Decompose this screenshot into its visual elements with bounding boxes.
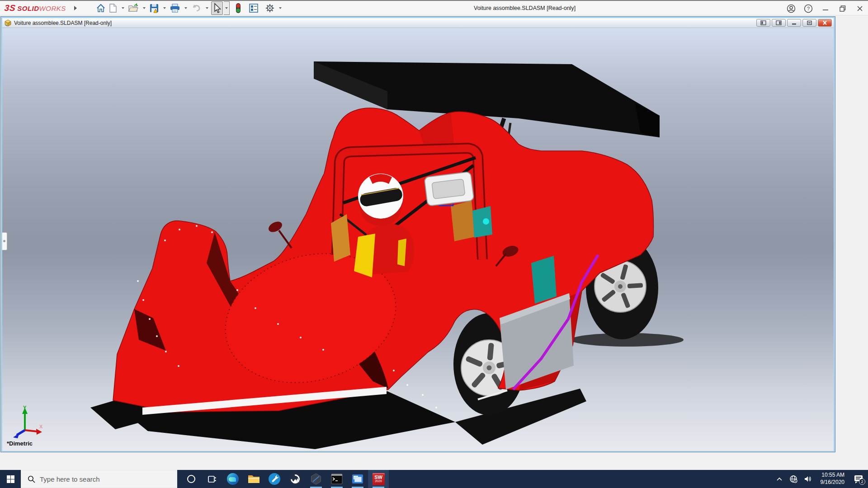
select-tool-button[interactable] [211,1,223,15]
help-button[interactable]: ? [803,3,814,14]
home-icon [96,3,106,13]
doc-restore-button[interactable] [802,19,816,27]
hidden-icons-button[interactable] [773,470,786,488]
edge-button[interactable] [222,470,243,488]
pane-right-icon [776,20,782,25]
save-icon [149,3,159,13]
speaker-icon [804,475,812,483]
clock-date: 9/16/2020 [821,479,844,486]
solidworks-2020-icon: SW 2020 [373,473,385,485]
options-dropdown-caret[interactable] [279,7,282,9]
solidworks-app: 3SSOLIDWORKS [0,0,868,488]
action-center-icon: 2 [854,475,863,483]
restore-button[interactable] [837,3,848,14]
options-button[interactable] [264,2,276,14]
document-window: Voiture assomblee.SLDASM [Read-only] [1,17,835,452]
photos-button[interactable] [285,470,306,488]
minimize-icon [821,5,830,13]
hex-app-button[interactable] [306,470,326,488]
pane-left-icon [760,20,766,25]
account-icon [787,4,796,13]
gear-icon [265,3,275,13]
network-button[interactable] [786,470,801,488]
caret-icon [225,7,228,9]
document-titlebar[interactable]: Voiture assomblee.SLDASM [Read-only] [2,18,834,28]
pane-right-button[interactable] [772,19,786,27]
app-title: Voiture assomblee.SLDASM [Read-only] [474,5,576,11]
wrench-icon [269,473,280,485]
file-properties-icon [249,3,259,13]
taskbar-search[interactable] [21,470,177,488]
select-dropdown-caret[interactable] [224,1,230,15]
app-titlebar: 3SSOLIDWORKS [0,0,868,15]
app-window-controls: ? [786,1,865,16]
restore-icon [839,5,847,13]
open-dropdown-caret[interactable] [143,7,146,9]
close-button[interactable] [854,3,865,14]
rebuild-button[interactable] [234,1,242,15]
taskbar-clock[interactable]: 10:55 AM 9/16/2020 [821,472,844,486]
select-cursor-icon [212,3,222,14]
system-tray: 10:55 AM 9/16/2020 2 [773,470,868,488]
logo-mark: 3S [4,3,16,13]
globe-no-internet-icon [789,475,797,483]
open-button[interactable] [127,2,140,14]
client-area: Voiture assomblee.SLDASM [Read-only] [0,15,868,470]
undo-dropdown-caret[interactable] [206,7,208,9]
print-button[interactable] [169,2,181,14]
solidworks-logo: 3SSOLIDWORKS [5,3,66,13]
chevron-up-icon [776,477,783,481]
remote-button[interactable] [347,470,368,488]
remote-desktop-icon [352,474,363,484]
race-car-model [2,28,834,451]
sw-icon-year: 2020 [375,479,382,483]
cmd-button[interactable] [326,470,347,488]
account-button[interactable] [786,3,797,14]
triad-x-label: X [39,424,43,429]
doc-minimize-button[interactable] [787,19,801,27]
new-document-button[interactable] [108,2,118,14]
sw-icon-text: SW [374,475,382,479]
svg-text:?: ? [807,6,810,11]
close-icon [856,5,864,13]
windows-logo-icon [7,475,14,483]
start-button[interactable] [0,470,21,488]
feature-pane-collapsed-tab[interactable] [2,232,7,250]
save-dropdown-caret[interactable] [163,7,166,9]
file-properties-button[interactable] [248,2,259,14]
new-dropdown-caret[interactable] [122,7,124,9]
save-button[interactable] [148,2,160,14]
home-button[interactable] [95,2,107,14]
task-view-button[interactable] [202,470,222,488]
task-view-icon [208,475,217,483]
volume-button[interactable] [801,470,815,488]
document-title: Voiture assomblee.SLDASM [Read-only] [14,20,112,26]
document-window-controls [756,19,832,27]
command-prompt-icon [331,474,343,484]
pane-left-button[interactable] [756,19,770,27]
solidworks-taskbar-button[interactable]: SW 2020 [368,470,389,488]
triad-y-label: Y [23,405,27,410]
clock-time: 10:55 AM [821,472,844,479]
orientation-triad: Y X [9,405,45,441]
undo-button[interactable] [190,2,203,14]
traffic-light-icon [235,3,241,14]
graphics-viewport[interactable]: Y X *Dimetric [2,28,834,451]
doc-close-button[interactable] [818,19,832,27]
tab-grip-dot [3,240,5,242]
view-orientation-label: *Dimetric [7,440,33,447]
help-icon: ? [804,4,813,13]
search-input[interactable] [40,475,162,483]
minimize-button[interactable] [820,3,831,14]
file-explorer-icon [248,474,260,484]
menu-flyout-arrow-icon[interactable] [74,6,77,10]
print-icon [170,3,180,13]
action-center-button[interactable]: 2 [849,470,868,488]
search-icon [28,475,35,483]
notification-badge: 2 [859,479,865,485]
print-dropdown-caret[interactable] [184,7,187,9]
cortana-button[interactable] [181,470,202,488]
tools-button[interactable] [264,470,285,488]
file-explorer-button[interactable] [243,470,264,488]
assembly-icon [4,19,12,27]
